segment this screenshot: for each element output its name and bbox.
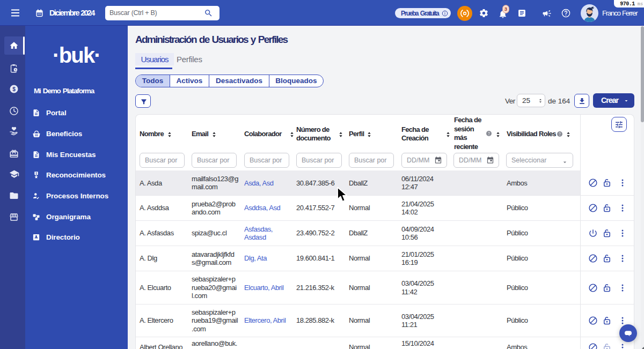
- svg-text:$: $: [12, 86, 16, 92]
